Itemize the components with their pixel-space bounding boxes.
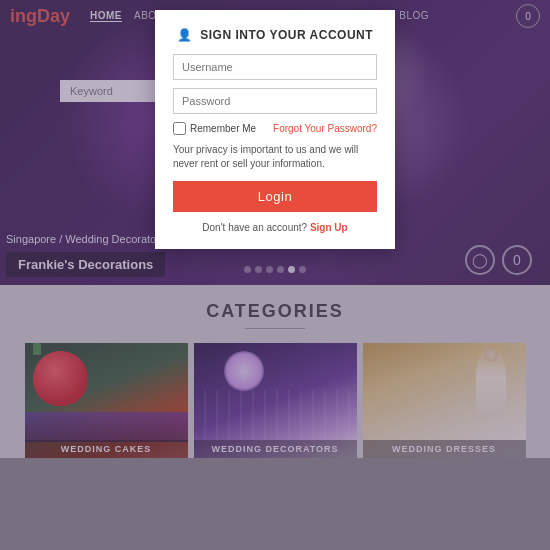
forgot-password-link[interactable]: Forgot Your Password?	[273, 123, 377, 134]
remember-row: Remember Me Forgot Your Password?	[173, 122, 377, 135]
remember-left: Remember Me	[173, 122, 256, 135]
login-button[interactable]: Login	[173, 181, 377, 212]
signup-link[interactable]: Sign Up	[310, 222, 348, 233]
user-icon: 👤	[177, 28, 193, 42]
username-field[interactable]	[173, 54, 377, 80]
password-field[interactable]	[173, 88, 377, 114]
login-modal: 👤 SIGN INTO YOUR ACCOUNT Remember Me For…	[155, 10, 395, 249]
page-background: ingDay HOME ABOUT ACCOUNT LIST ADD YOUR …	[0, 0, 550, 550]
modal-title-text: SIGN INTO YOUR ACCOUNT	[200, 28, 373, 42]
modal-overlay: 👤 SIGN INTO YOUR ACCOUNT Remember Me For…	[0, 0, 550, 550]
privacy-text: Your privacy is important to us and we w…	[173, 143, 377, 171]
modal-title: 👤 SIGN INTO YOUR ACCOUNT	[173, 28, 377, 42]
remember-label: Remember Me	[190, 123, 256, 134]
no-account-text: Don't have an account?	[202, 222, 307, 233]
signup-row: Don't have an account? Sign Up	[173, 222, 377, 233]
remember-checkbox[interactable]	[173, 122, 186, 135]
